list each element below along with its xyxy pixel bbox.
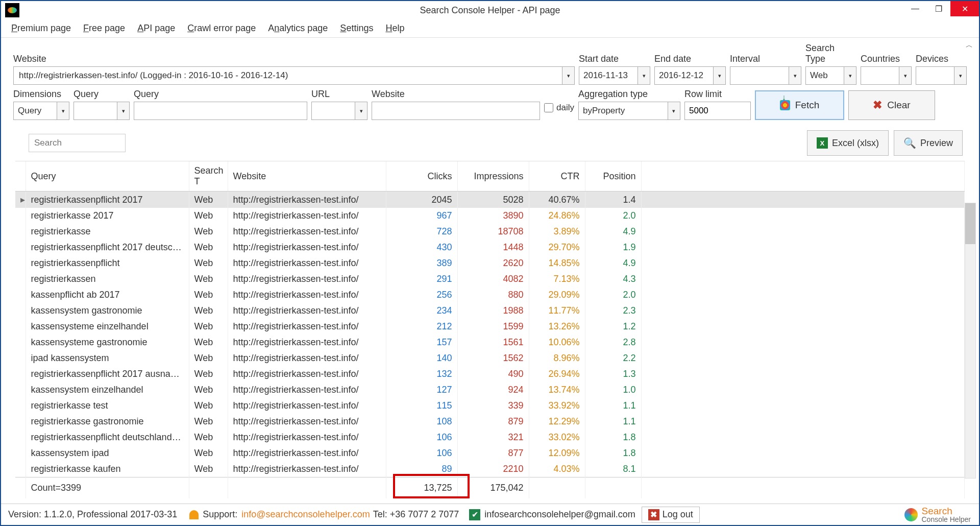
statusbar: Version: 1.1.2.0, Professional 2017-03-3… bbox=[1, 504, 979, 525]
table-row[interactable]: ▸ registrierkassenpflicht 2017 Web http:… bbox=[15, 192, 965, 208]
table-row[interactable]: registrierkasse kaufen Web http://regist… bbox=[15, 461, 965, 477]
cell-website: http://registrierkassen-test.info/ bbox=[228, 271, 386, 287]
cell-website: http://registrierkassen-test.info/ bbox=[228, 208, 386, 224]
cell-ctr: 29.70% bbox=[529, 240, 585, 255]
clear-button[interactable]: ✖ Clear bbox=[848, 90, 935, 120]
cell-website: http://registrierkassen-test.info/ bbox=[228, 334, 386, 350]
cell-search-type: Web bbox=[189, 271, 228, 287]
daily-checkbox[interactable] bbox=[544, 103, 553, 112]
cell-query: registrierkassenpflicht 2017 bbox=[26, 192, 189, 208]
table-row[interactable]: registrierkassen Web http://registrierka… bbox=[15, 271, 965, 287]
query-input[interactable] bbox=[134, 102, 307, 120]
table-row[interactable]: registrierkassenpflicht deutschland 2...… bbox=[15, 429, 965, 445]
close-button[interactable]: ✕ bbox=[950, 1, 979, 16]
cell-ctr: 8.96% bbox=[529, 350, 585, 366]
cell-impressions: 4082 bbox=[457, 271, 529, 287]
logout-button[interactable]: ✖ Log out bbox=[642, 507, 700, 523]
cell-impressions: 5028 bbox=[457, 192, 529, 208]
menu-free[interactable]: Free page bbox=[79, 21, 129, 36]
table-row[interactable]: registrierkasse gastronomie Web http://r… bbox=[15, 414, 965, 429]
website-input[interactable] bbox=[372, 102, 540, 120]
cell-search-type: Web bbox=[189, 398, 228, 414]
interval-select[interactable]: ▾ bbox=[730, 66, 801, 85]
col-impressions[interactable]: Impressions bbox=[457, 161, 529, 192]
minimize-button[interactable]: — bbox=[903, 1, 927, 16]
cell-query: kassensystem einzelhandel bbox=[26, 382, 189, 398]
chevron-down-icon: ▾ bbox=[638, 67, 650, 84]
end-date-select[interactable]: 2016-12-12▾ bbox=[654, 66, 726, 85]
menu-settings[interactable]: Settings bbox=[336, 21, 377, 36]
menu-premium[interactable]: Premium page bbox=[7, 21, 75, 36]
table-row[interactable]: kassensystem ipad Web http://registrierk… bbox=[15, 445, 965, 461]
countries-select[interactable]: ▾ bbox=[861, 66, 912, 85]
window-title: Search Console Helper - API page bbox=[420, 5, 560, 16]
cell-website: http://registrierkassen-test.info/ bbox=[228, 303, 386, 319]
vertical-scrollbar[interactable] bbox=[965, 203, 976, 479]
scroll-thumb[interactable] bbox=[965, 203, 975, 244]
cell-search-type: Web bbox=[189, 414, 228, 429]
cell-search-type: Web bbox=[189, 224, 228, 240]
search-type-select[interactable]: Web▾ bbox=[805, 66, 856, 85]
table-row[interactable]: registrierkasse Web http://registrierkas… bbox=[15, 224, 965, 240]
cell-website: http://registrierkassen-test.info/ bbox=[228, 445, 386, 461]
cell-ctr: 14.85% bbox=[529, 255, 585, 271]
menu-help[interactable]: Help bbox=[381, 21, 408, 36]
col-position[interactable]: Position bbox=[585, 161, 641, 192]
cell-query: registrierkassenpflicht 2017 ausnahm... bbox=[26, 366, 189, 382]
devices-select[interactable]: ▾ bbox=[916, 66, 967, 85]
chevron-down-icon: ▾ bbox=[954, 67, 966, 84]
aggregation-label: Aggregation type bbox=[578, 89, 680, 100]
daily-label: daily bbox=[556, 103, 574, 113]
cell-impressions: 877 bbox=[457, 445, 529, 461]
collapse-panel-icon[interactable]: ︿ bbox=[966, 41, 973, 50]
table-row[interactable]: registrierkasse test Web http://registri… bbox=[15, 398, 965, 414]
excel-label: Excel (xlsx) bbox=[832, 138, 879, 149]
preview-button[interactable]: 🔍 Preview bbox=[894, 130, 963, 156]
footer-clicks-total: 13,725 bbox=[386, 477, 457, 499]
menu-crawl[interactable]: Crawl error page bbox=[183, 21, 260, 36]
menu-api[interactable]: API page bbox=[133, 21, 179, 36]
dimensions-label: Dimensions bbox=[13, 89, 69, 100]
cell-clicks: 728 bbox=[386, 224, 457, 240]
rowlimit-input[interactable] bbox=[684, 102, 751, 120]
table-row[interactable]: registrierkassenpflicht 2017 ausnahm... … bbox=[15, 366, 965, 382]
url-label: URL bbox=[311, 89, 368, 100]
query-select[interactable]: ▾ bbox=[74, 102, 130, 120]
cell-query: registrierkassenpflicht deutschland 2... bbox=[26, 429, 189, 445]
cell-impressions: 321 bbox=[457, 429, 529, 445]
menu-analytics[interactable]: Analytics page bbox=[264, 21, 332, 36]
start-date-select[interactable]: 2016-11-13▾ bbox=[579, 66, 650, 85]
col-website[interactable]: Website bbox=[228, 161, 386, 192]
preview-label: Preview bbox=[920, 138, 953, 149]
cell-ctr: 7.13% bbox=[529, 271, 585, 287]
table-row[interactable]: kassensystem einzelhandel Web http://reg… bbox=[15, 382, 965, 398]
col-ctr[interactable]: CTR bbox=[529, 161, 585, 192]
cell-search-type: Web bbox=[189, 319, 228, 334]
col-query[interactable]: Query bbox=[26, 161, 189, 192]
chevron-down-icon: ▾ bbox=[57, 102, 69, 119]
maximize-button[interactable]: ❐ bbox=[927, 1, 950, 16]
table-row[interactable]: registrierkassenpflicht 2017 deutschl...… bbox=[15, 240, 965, 255]
cell-website: http://registrierkassen-test.info/ bbox=[228, 192, 386, 208]
support-email-link[interactable]: info@searchconsolehelper.com bbox=[241, 509, 370, 520]
dimensions-select[interactable]: Query▾ bbox=[13, 102, 69, 120]
search-input[interactable] bbox=[29, 134, 126, 152]
table-row[interactable]: kassensysteme einzelhandel Web http://re… bbox=[15, 319, 965, 334]
url-select[interactable]: ▾ bbox=[311, 102, 368, 120]
footer-impr-total: 175,042 bbox=[457, 477, 529, 499]
table-row[interactable]: ipad kassensystem Web http://registrierk… bbox=[15, 350, 965, 366]
query-text-label: Query bbox=[134, 89, 307, 100]
table-row[interactable]: registrierkasse 2017 Web http://registri… bbox=[15, 208, 965, 224]
cell-position: 2.2 bbox=[585, 350, 641, 366]
table-row[interactable]: kassensystem gastronomie Web http://regi… bbox=[15, 303, 965, 319]
col-search-type[interactable]: Search T bbox=[189, 161, 228, 192]
menubar: Premium page Free page API page Crawl er… bbox=[1, 19, 979, 38]
excel-export-button[interactable]: X Excel (xlsx) bbox=[807, 130, 889, 156]
table-row[interactable]: kassenpflicht ab 2017 Web http://registr… bbox=[15, 287, 965, 303]
website-select[interactable]: http://registrierkassen-test.info/ (Logg… bbox=[13, 66, 575, 85]
table-row[interactable]: kassensysteme gastronomie Web http://reg… bbox=[15, 334, 965, 350]
aggregation-select[interactable]: byProperty▾ bbox=[578, 102, 680, 120]
col-clicks[interactable]: Clicks bbox=[386, 161, 457, 192]
table-row[interactable]: registrierkassenpflicht Web http://regis… bbox=[15, 255, 965, 271]
fetch-button[interactable]: Fetch bbox=[755, 90, 844, 120]
